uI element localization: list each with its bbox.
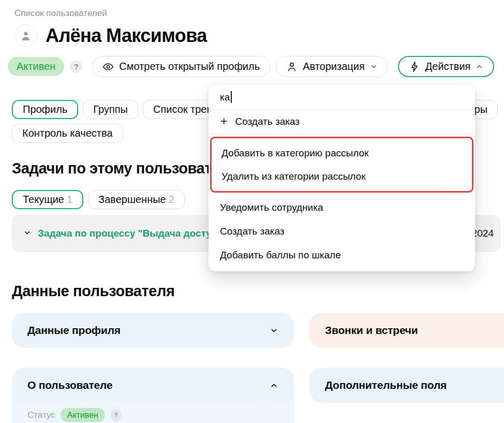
quick-create-order-label: Создать заказ <box>235 116 300 127</box>
card-extra-fields-title: Дополнительные поля <box>325 379 447 391</box>
divider <box>209 133 475 134</box>
task-title-link[interactable]: Задача по процессу "Выдача доступов" <box>38 228 234 239</box>
authorization-label: Авторизация <box>303 61 365 72</box>
authorization-button[interactable]: Авторизация <box>276 56 388 77</box>
page-header: Алёна Максимова <box>14 24 504 47</box>
highlighted-items-box: Добавить в категорию рассылок Удалить из… <box>210 137 473 193</box>
menu-item-remove-from-mailing-category[interactable]: Удалить из категории рассылок <box>212 165 472 188</box>
view-open-profile-button[interactable]: Смотреть открытый профиль <box>92 56 270 77</box>
actions-search-input[interactable]: ка <box>209 85 475 109</box>
tab-completed-tasks[interactable]: Завершенные 2 <box>88 190 185 209</box>
user-icon <box>286 61 298 72</box>
view-open-profile-label: Смотреть открытый профиль <box>119 61 260 72</box>
tab-quality-control[interactable]: Контроль качества <box>12 124 123 143</box>
menu-item-add-scale-points[interactable]: Добавить баллы по шкале <box>209 243 475 267</box>
actions-label: Действия <box>425 61 471 72</box>
search-value: ка <box>220 92 230 103</box>
status-badge: Активен <box>8 57 64 76</box>
text-cursor <box>231 91 232 103</box>
menu-items: Уведомить сотрудника Создать заказ Добав… <box>209 196 475 271</box>
status-field-label: Статус <box>27 410 55 420</box>
card-profile-data[interactable]: Данные профиля <box>12 313 294 348</box>
user-status-line: Статус Активен ? <box>27 408 278 422</box>
status-badge: Активен <box>61 408 105 422</box>
lightning-icon <box>409 61 420 72</box>
avatar <box>14 24 37 47</box>
card-calls-meetings[interactable]: Звонки и встречи <box>309 313 504 348</box>
actions-dropdown-menu: ка + Создать заказ Добавить в категорию … <box>209 85 475 271</box>
menu-item-add-to-mailing-category[interactable]: Добавить в категорию рассылок <box>212 141 472 165</box>
person-icon <box>20 30 32 42</box>
user-data-cards: Данные профиля Звонки и встречи О пользо… <box>12 313 504 423</box>
card-calls-meetings-title: Звонки и встречи <box>325 324 418 337</box>
status-row: Активен ? Смотреть открытый профиль Авто… <box>8 56 504 77</box>
chevron-down-icon[interactable] <box>23 229 31 239</box>
card-extra-fields[interactable]: Дополнительные поля <box>309 368 504 403</box>
breadcrumb[interactable]: Список пользователей <box>14 8 504 19</box>
eye-icon <box>102 61 114 72</box>
chevron-up-icon[interactable] <box>270 381 278 390</box>
tab-current-tasks[interactable]: Текущие 1 <box>12 190 83 209</box>
menu-item-create-order[interactable]: Создать заказ <box>209 220 475 243</box>
current-tasks-count: 1 <box>67 194 72 206</box>
chevron-down-icon <box>370 63 378 70</box>
card-profile-data-title: Данные профиля <box>27 324 121 337</box>
completed-tasks-label: Завершенные <box>98 194 166 206</box>
tab-profile[interactable]: Профиль <box>12 100 78 119</box>
tab-groups[interactable]: Группы <box>83 100 138 119</box>
menu-item-notify-employee[interactable]: Уведомить сотрудника <box>209 196 475 220</box>
actions-button[interactable]: Действия <box>398 56 495 77</box>
current-tasks-label: Текущие <box>23 194 64 206</box>
chevron-down-icon[interactable] <box>270 326 278 335</box>
chevron-up-icon <box>476 63 483 70</box>
card-about-user-title: О пользователе <box>27 379 112 391</box>
completed-tasks-count: 2 <box>169 194 174 206</box>
plus-icon: + <box>220 115 227 127</box>
user-data-heading: Данные пользователя <box>12 283 504 300</box>
card-about-user[interactable]: О пользователе Статус Активен ? <box>12 368 294 423</box>
help-icon[interactable]: ? <box>110 410 122 421</box>
help-icon[interactable]: ? <box>70 61 82 73</box>
menu-item-quick-create-order[interactable]: + Создать заказ <box>209 110 475 133</box>
page-title: Алёна Максимова <box>46 25 207 47</box>
